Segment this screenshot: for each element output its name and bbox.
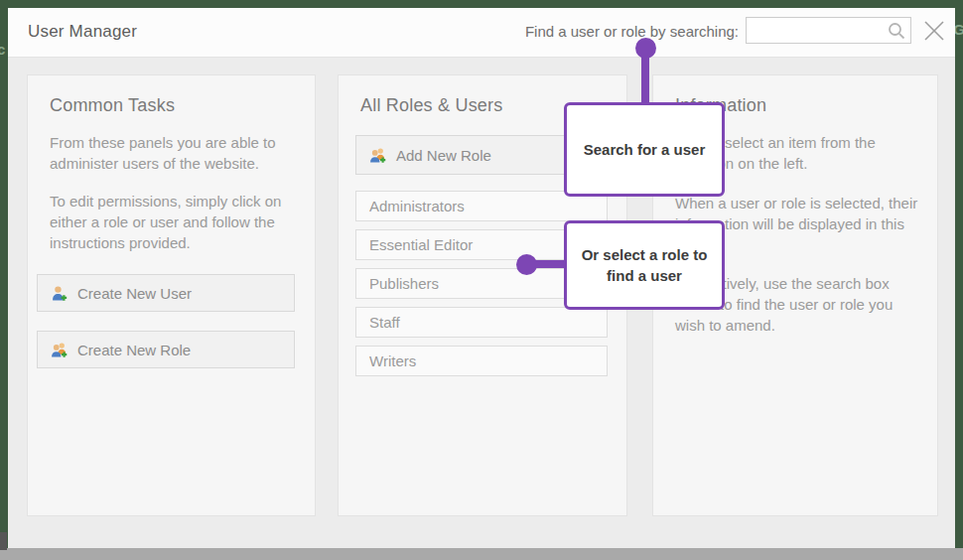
role-label: Writers — [369, 352, 416, 369]
search-icon — [887, 21, 906, 41]
role-label: Publishers — [369, 275, 439, 292]
add-group-icon — [369, 147, 386, 164]
panel-heading: All Roles & Users — [360, 95, 502, 116]
callout-search-for-user: Search for a user — [564, 102, 725, 197]
button-label: Create New User — [77, 285, 192, 302]
role-list-item[interactable]: Staff — [355, 307, 608, 338]
callout-select-role: Or select a role to find a user — [564, 220, 725, 310]
dialog-title: User Manager — [28, 22, 137, 42]
search-box — [746, 17, 911, 44]
role-label: Staff — [369, 314, 400, 331]
add-group-icon — [51, 342, 68, 358]
role-list-item[interactable]: Writers — [355, 346, 608, 376]
background-text-fragment: c — [0, 41, 5, 58]
create-new-user-button[interactable]: Create New User — [37, 274, 295, 312]
create-new-role-button[interactable]: Create New Role — [37, 331, 295, 368]
role-label: Essential Editor — [369, 236, 473, 253]
button-label: Add New Role — [396, 147, 491, 164]
callout-text: Or select a role to find a user — [579, 244, 710, 286]
background-page-strip — [0, 548, 963, 560]
callout-connector-line — [641, 48, 649, 105]
close-button[interactable] — [919, 16, 949, 46]
panel-text: From these panels you are able to admini… — [50, 132, 300, 174]
search-label: Find a user or role by searching: — [525, 23, 739, 40]
user-manager-dialog: User Manager Find a user or role by sear… — [8, 8, 955, 548]
search-input[interactable] — [751, 18, 884, 43]
button-label: Create New Role — [77, 342, 191, 358]
background-page-fragment — [0, 532, 7, 550]
dialog-header: User Manager Find a user or role by sear… — [8, 8, 955, 58]
panel-heading: Common Tasks — [50, 95, 175, 116]
callout-connector-line — [527, 260, 567, 268]
panel-text: To edit permissions, simply click on eit… — [50, 191, 300, 253]
common-tasks-panel: Common Tasks From these panels you are a… — [27, 74, 316, 516]
add-user-icon — [51, 285, 68, 302]
callout-text: Search for a user — [584, 139, 706, 160]
close-icon — [922, 19, 946, 43]
role-label: Administrators — [369, 198, 465, 214]
